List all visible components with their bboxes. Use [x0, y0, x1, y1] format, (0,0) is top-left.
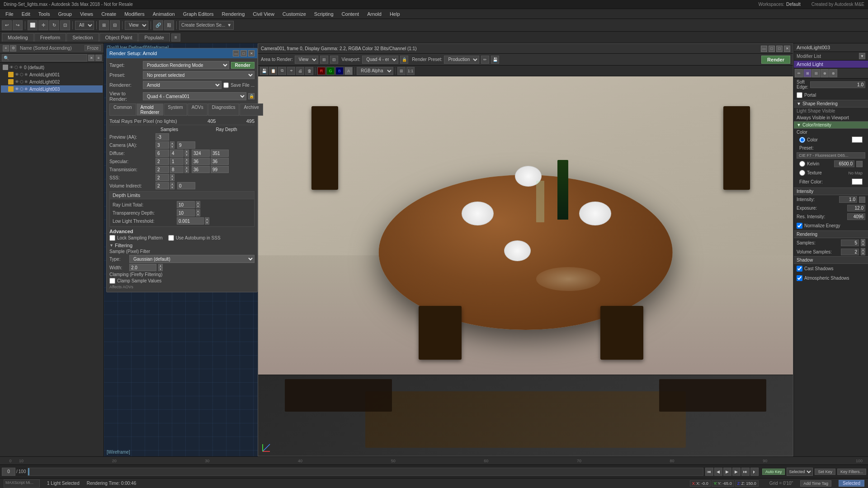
ro-save-btn[interactable]: 💾 — [260, 67, 268, 75]
menu-modifiers[interactable]: Modifiers — [121, 10, 148, 18]
filter-dropdown[interactable]: All — [75, 21, 94, 30]
unlink-btn[interactable]: ⛓ — [164, 20, 174, 30]
ro-restore-btn[interactable]: □ — [769, 46, 775, 52]
diff-up[interactable]: ▲ — [184, 150, 189, 153]
rs-spec-d2[interactable] — [211, 158, 229, 165]
rs-minimize-btn[interactable]: — — [233, 50, 239, 56]
prop-icon4[interactable]: ⊕ — [821, 69, 829, 77]
ro-close-btn[interactable]: ✕ — [784, 46, 790, 52]
rs-camera-depth[interactable] — [177, 141, 195, 149]
cam-up[interactable]: ▲ — [170, 141, 175, 145]
rs-tab-diagnostics[interactable]: Diagnostics — [208, 103, 240, 116]
ro-compare-btn[interactable]: ⫩ — [287, 67, 295, 75]
prop-cast-shadows-check[interactable] — [797, 266, 802, 272]
status-selected-badge[interactable]: Selected — [839, 480, 864, 487]
rs-camera-samples[interactable] — [156, 141, 169, 149]
move-btn[interactable]: ✛ — [38, 20, 48, 30]
ro-zoom-fit[interactable]: ⊞ — [397, 67, 406, 75]
menu-content[interactable]: Content — [338, 10, 363, 18]
menu-civil-view[interactable]: Civil View — [249, 10, 278, 18]
key-mode-dropdown[interactable]: Selected — [787, 468, 813, 476]
tab-more-btn[interactable]: ≡ — [171, 33, 180, 42]
ro-alpha-btn[interactable]: A — [344, 67, 353, 75]
rs-diffuse-d2[interactable] — [211, 150, 229, 157]
rs-preview-input[interactable] — [156, 133, 169, 141]
selection-set-btn[interactable]: Create Selection Se... ▼ — [179, 21, 234, 30]
prop-icon5[interactable]: ⊗ — [829, 69, 837, 77]
menu-help[interactable]: Help — [386, 10, 404, 18]
vol-down[interactable]: ▼ — [170, 186, 175, 189]
ro-preset-edit[interactable]: ✏ — [481, 56, 489, 64]
prop-soft-edge-input[interactable] — [810, 81, 865, 88]
ro-lock-icon[interactable]: 🔒 — [400, 56, 408, 64]
ro-viewport-dropdown[interactable]: Quad 4 - era001 — [362, 56, 398, 64]
prop-modifier-expand[interactable]: ▼ — [859, 53, 865, 59]
prop-portal-check[interactable] — [797, 92, 802, 98]
ll-up[interactable]: ▲ — [205, 217, 209, 221]
set-key-btn[interactable]: Set Key — [815, 469, 835, 475]
rs-spec-d1[interactable] — [192, 158, 210, 165]
menu-scripting[interactable]: Scripting — [311, 10, 337, 18]
ro-render-btn[interactable]: Render — [761, 56, 790, 64]
menu-graph-editors[interactable]: Graph Editors — [179, 10, 217, 18]
menu-animation[interactable]: Animation — [149, 10, 179, 18]
prop-shadow-header[interactable]: Shadow — [794, 256, 868, 264]
rotate-btn[interactable]: ↻ — [49, 20, 59, 30]
rs-low-light-input[interactable] — [177, 217, 204, 225]
prop-color-radio[interactable] — [799, 137, 805, 143]
ro-area-dropdown[interactable]: View — [295, 56, 318, 64]
diff-down[interactable]: ▼ — [184, 153, 189, 157]
td-down[interactable]: ▼ — [196, 213, 200, 216]
key-filters-btn[interactable]: Key Filters... — [837, 469, 866, 475]
scene-close-btn[interactable]: ✕ — [88, 55, 94, 61]
prop-atm-shadows-check[interactable] — [797, 275, 802, 281]
rs-save-file-check[interactable] — [223, 82, 229, 88]
rs-titlebar[interactable]: Render Setup: Arnold — □ ✕ — [107, 48, 257, 58]
scene-freeze-btn[interactable]: Froze — [85, 45, 101, 51]
rs-save-file-btn[interactable]: Save File ... — [231, 83, 255, 88]
rs-tab-aovs[interactable]: AOVs — [188, 103, 208, 116]
rs-vol-d1[interactable] — [177, 182, 195, 189]
rs-maximize-btn[interactable]: □ — [241, 50, 247, 56]
ro-area-icon1[interactable]: ⊞ — [320, 56, 328, 64]
scene-filter-btn[interactable]: ≡ — [3, 45, 9, 52]
rs-autobump-check[interactable] — [168, 235, 174, 241]
auto-key-btn[interactable]: Auto Key — [762, 469, 785, 475]
top-viewport[interactable]: [Top][User Defined][Wireframe] [Wirefram… — [104, 43, 793, 456]
rs-lock-btn[interactable]: 🔒 — [248, 93, 255, 99]
ro-preset-dropdown[interactable]: Production — [444, 56, 479, 64]
rs-trans-s2[interactable] — [170, 166, 184, 173]
ro-delete-btn[interactable]: 🗑 — [305, 67, 313, 75]
prop-filter-swatch[interactable] — [852, 178, 863, 185]
prop-exposure-input[interactable] — [847, 205, 865, 211]
prop-modifier-type[interactable]: Arnold Light — [794, 61, 868, 68]
rs-filtering-toggle[interactable]: ▼ Filtering — [109, 243, 255, 248]
rs-tab-archive[interactable]: Archive — [240, 103, 263, 116]
ro-green-btn[interactable]: G — [326, 67, 335, 75]
prop-intensity-header[interactable]: Intensity — [794, 188, 868, 195]
vsamp-down[interactable]: ▼ — [861, 252, 865, 255]
ro-copy-btn[interactable]: 📋 — [269, 67, 277, 75]
snap-2d-btn[interactable]: ⊞ — [99, 20, 109, 30]
rs-tab-system[interactable]: System — [164, 103, 187, 116]
play-next-frame[interactable]: ▶ — [732, 468, 741, 476]
play-prev-frame[interactable]: ◀ — [714, 468, 722, 476]
samp-down[interactable]: ▼ — [861, 243, 865, 246]
vol-up[interactable]: ▲ — [170, 182, 175, 186]
timeline-track[interactable] — [28, 468, 703, 476]
menu-views[interactable]: Views — [76, 10, 97, 18]
ro-area-icon2[interactable]: ⊟ — [330, 56, 338, 64]
prop-intensity-input[interactable] — [839, 196, 857, 203]
prop-samples-input[interactable] — [841, 239, 859, 246]
prop-color-intensity-header[interactable]: ▼ Color/Intensity — [794, 121, 868, 129]
prop-icon1[interactable]: ✏ — [795, 69, 803, 77]
tab-object-paint[interactable]: Object Paint — [99, 33, 138, 42]
rs-trans-s1[interactable] — [156, 166, 169, 173]
menu-tools[interactable]: Tools — [35, 10, 54, 18]
prop-icon3[interactable]: ⊟ — [812, 69, 820, 77]
scale-btn[interactable]: ⊡ — [60, 20, 70, 30]
ro-red-btn[interactable]: R — [317, 67, 326, 75]
ro-channel-dropdown[interactable]: RGB Alpha — [357, 67, 393, 75]
rs-sss-val[interactable] — [156, 174, 169, 181]
trans-down[interactable]: ▼ — [184, 169, 189, 173]
